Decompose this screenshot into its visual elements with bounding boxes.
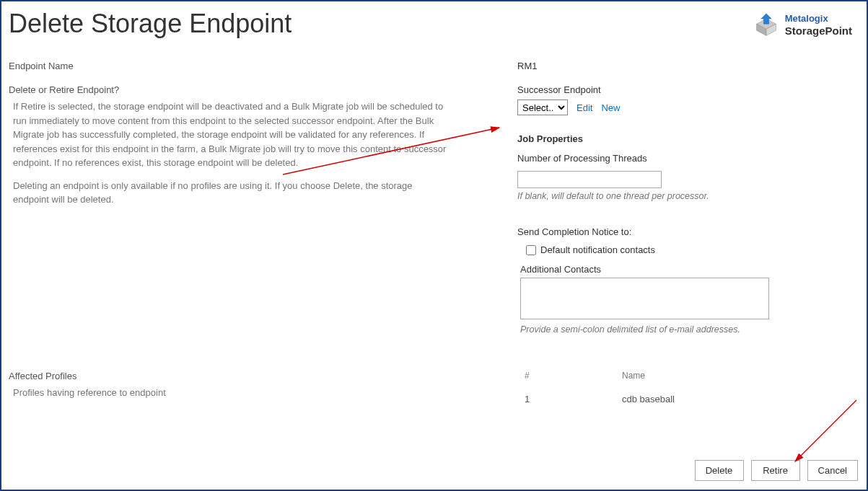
additional-contacts-help: Provide a semi-colon delimited list of e… [520, 324, 868, 335]
table-row: 1 cdb baseball [525, 394, 766, 404]
affected-profiles-label: Affected Profiles [9, 371, 507, 381]
delete-button[interactable]: Delete [695, 460, 744, 481]
endpoint-name-value: RM1 [517, 61, 868, 71]
additional-contacts-textarea[interactable] [520, 278, 769, 319]
affected-table-header: # Name [525, 371, 766, 381]
page-title: Delete Storage Endpoint [9, 9, 291, 39]
successor-endpoint-label: Successor Endpoint [517, 84, 868, 95]
threads-help-text: If blank, will default to one thread per… [517, 191, 868, 201]
table-cell-num: 1 [525, 394, 622, 404]
job-properties-heading: Job Properties [517, 133, 868, 144]
logo-brand-text: Metalogix [785, 13, 852, 25]
logo: Metalogix StoragePoint [753, 12, 852, 38]
delete-retire-label: Delete or Retire Endpoint? [9, 84, 449, 95]
threads-input[interactable] [517, 171, 662, 188]
send-completion-notice-label: Send Completion Notice to: [517, 226, 868, 237]
cancel-button[interactable]: Cancel [807, 460, 858, 481]
additional-contacts-label: Additional Contacts [520, 264, 868, 275]
storagepoint-icon [753, 12, 779, 38]
delete-retire-desc-2: Deleting an endpoint is only available i… [13, 179, 449, 207]
col-header-name: Name [622, 371, 766, 381]
default-notification-label: Default notification contacts [540, 244, 655, 255]
svg-line-4 [795, 400, 856, 461]
col-header-num: # [525, 371, 622, 381]
default-notification-checkbox[interactable] [526, 245, 536, 255]
endpoint-name-label: Endpoint Name [9, 61, 449, 71]
table-cell-name: cdb baseball [622, 394, 766, 404]
edit-link[interactable]: Edit [577, 102, 592, 113]
retire-button[interactable]: Retire [751, 460, 800, 481]
threads-label: Number of Processing Threads [517, 153, 868, 164]
successor-endpoint-select[interactable]: Select... [517, 99, 568, 115]
logo-product-text: StoragePoint [785, 25, 852, 37]
new-link[interactable]: New [601, 102, 620, 113]
affected-profiles-desc: Profiles having reference to endpoint [13, 386, 507, 400]
delete-retire-desc-1: If Retire is selected, the storage endpo… [13, 99, 449, 170]
